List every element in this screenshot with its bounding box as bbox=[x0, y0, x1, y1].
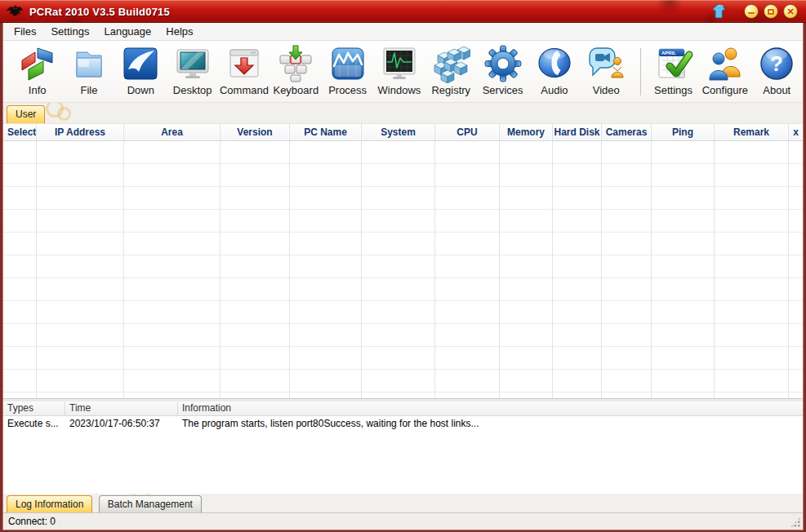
log-table-header: Types Time Information bbox=[3, 401, 803, 416]
toolbar-item-configure[interactable]: Configure bbox=[699, 43, 750, 96]
window-body: Files Settings Language Helps Info bbox=[3, 23, 803, 530]
minimize-icon bbox=[748, 12, 755, 14]
command-window-icon bbox=[225, 44, 264, 83]
svg-text:?: ? bbox=[770, 51, 783, 76]
column-header-extra[interactable]: x bbox=[789, 124, 803, 140]
window-controls: ✕ bbox=[711, 3, 806, 20]
toolbar-label: About bbox=[751, 84, 803, 96]
minimize-button[interactable] bbox=[744, 4, 759, 19]
toolbar-item-info[interactable]: Info bbox=[11, 43, 63, 96]
column-separator bbox=[714, 141, 715, 398]
registry-cubes-icon bbox=[431, 44, 470, 83]
user-table-body[interactable] bbox=[3, 141, 803, 398]
toolbar-item-command[interactable]: Command bbox=[218, 43, 269, 96]
audio-phone-icon bbox=[535, 44, 574, 83]
toolbar-item-settings[interactable]: APRIL Settings bbox=[648, 43, 699, 96]
column-separator bbox=[361, 141, 362, 398]
keyboard-icon bbox=[276, 44, 315, 83]
column-separator bbox=[434, 141, 435, 398]
resize-grip-icon[interactable] bbox=[790, 516, 801, 528]
log-column-types[interactable]: Types bbox=[3, 401, 65, 415]
menu-settings[interactable]: Settings bbox=[43, 24, 96, 39]
log-row[interactable]: Execute s... 2023/10/17-06:50:37 The pro… bbox=[3, 416, 803, 431]
column-header-remark[interactable]: Remark bbox=[715, 124, 789, 140]
column-header-select[interactable]: Select bbox=[3, 124, 37, 140]
toolbar-item-desktop[interactable]: Desktop bbox=[167, 43, 218, 96]
toolbar-label: Settings bbox=[648, 84, 699, 96]
toolbar-label: Down bbox=[115, 84, 167, 96]
configure-users-icon bbox=[706, 44, 745, 83]
column-header-area[interactable]: Area bbox=[124, 124, 220, 140]
column-header-ip-address[interactable]: IP Address bbox=[37, 124, 124, 140]
log-column-information[interactable]: Information bbox=[178, 401, 803, 415]
tab-log-information[interactable]: Log Information bbox=[7, 495, 92, 512]
menu-files[interactable]: Files bbox=[7, 24, 43, 39]
column-separator bbox=[788, 141, 789, 398]
menu-bar: Files Settings Language Helps bbox=[3, 23, 803, 40]
log-column-time[interactable]: Time bbox=[65, 401, 178, 415]
status-bar: Connect: 0 bbox=[3, 512, 803, 530]
toolbar-item-registry[interactable]: Registry bbox=[425, 43, 477, 96]
column-separator bbox=[601, 141, 602, 398]
log-table-body[interactable]: Execute s... 2023/10/17-06:50:37 The pro… bbox=[3, 416, 803, 494]
user-table-header: Select IP Address Area Version PC Name S… bbox=[3, 123, 803, 141]
app-logo-bat-icon bbox=[6, 3, 24, 20]
toolbar-label: Services bbox=[477, 84, 528, 96]
toolbar-item-process[interactable]: Process bbox=[322, 43, 373, 96]
down-swoosh-icon bbox=[121, 44, 160, 83]
toolbar-label: Audio bbox=[528, 84, 580, 96]
toolbar-label: Video bbox=[581, 84, 632, 96]
log-panel: Types Time Information Execute s... 2023… bbox=[3, 401, 803, 494]
menu-helps[interactable]: Helps bbox=[158, 24, 200, 39]
tab-user[interactable]: User bbox=[7, 105, 45, 123]
column-separator bbox=[289, 141, 290, 398]
windows-monitor-icon bbox=[380, 44, 419, 83]
toolbar-item-keyboard[interactable]: Keyboard bbox=[270, 43, 322, 96]
toolbar-label: Info bbox=[11, 84, 63, 96]
column-separator bbox=[651, 141, 652, 398]
log-row-time: 2023/10/17-06:50:37 bbox=[65, 416, 178, 431]
toolbar-label: Process bbox=[322, 84, 373, 96]
toolbar-item-windows[interactable]: Windows bbox=[373, 43, 425, 96]
toolbar-item-audio[interactable]: Audio bbox=[528, 43, 580, 96]
menu-language[interactable]: Language bbox=[96, 24, 158, 39]
log-row-information: The program starts, listen port80Success… bbox=[178, 416, 803, 431]
maximize-button[interactable] bbox=[764, 4, 778, 19]
column-separator bbox=[552, 141, 553, 398]
toolbar-label: Keyboard bbox=[270, 84, 322, 96]
skin-shirt-icon[interactable] bbox=[711, 3, 728, 20]
toolbar-item-file[interactable]: File bbox=[63, 43, 114, 96]
toolbar-label: Windows bbox=[373, 84, 425, 96]
toolbar-item-down[interactable]: Down bbox=[115, 43, 167, 96]
column-header-memory[interactable]: Memory bbox=[500, 124, 553, 140]
column-header-ping[interactable]: Ping bbox=[652, 124, 715, 140]
main-area: User Select IP Address Area Version PC N… bbox=[3, 103, 803, 398]
column-header-system[interactable]: System bbox=[362, 124, 435, 140]
info-icon bbox=[18, 44, 57, 83]
title-bar[interactable]: PCRat 2010 V3.5 Build0715 ✕ bbox=[0, 0, 806, 23]
toolbar-item-video[interactable]: Video bbox=[581, 43, 632, 96]
column-header-version[interactable]: Version bbox=[220, 124, 290, 140]
svg-text:APRIL: APRIL bbox=[661, 51, 676, 55]
toolbar-item-services[interactable]: Services bbox=[477, 43, 528, 96]
column-separator bbox=[36, 141, 37, 398]
column-header-cpu[interactable]: CPU bbox=[435, 124, 500, 140]
toolbar-label: Configure bbox=[699, 84, 750, 96]
column-header-pc-name[interactable]: PC Name bbox=[290, 124, 362, 140]
services-gear-icon bbox=[483, 44, 523, 83]
toolbar-item-about[interactable]: ? About bbox=[751, 43, 803, 96]
column-header-hard-disk[interactable]: Hard Disk bbox=[553, 124, 602, 140]
file-folder-icon bbox=[69, 44, 109, 83]
close-button[interactable]: ✕ bbox=[783, 4, 798, 19]
column-separator bbox=[123, 141, 124, 398]
video-camera-chat-icon bbox=[586, 44, 626, 83]
desktop-monitor-icon bbox=[173, 44, 212, 83]
process-graph-icon bbox=[328, 44, 367, 83]
close-icon: ✕ bbox=[786, 7, 794, 16]
tab-batch-management[interactable]: Batch Management bbox=[99, 495, 202, 512]
column-header-cameras[interactable]: Cameras bbox=[602, 124, 652, 140]
app-window: PCRat 2010 V3.5 Build0715 ✕ Files Settin… bbox=[0, 0, 806, 532]
toolbar-label: Desktop bbox=[167, 84, 218, 96]
toolbar: Info File Down bbox=[3, 40, 803, 103]
user-tab-strip: User bbox=[3, 103, 803, 123]
